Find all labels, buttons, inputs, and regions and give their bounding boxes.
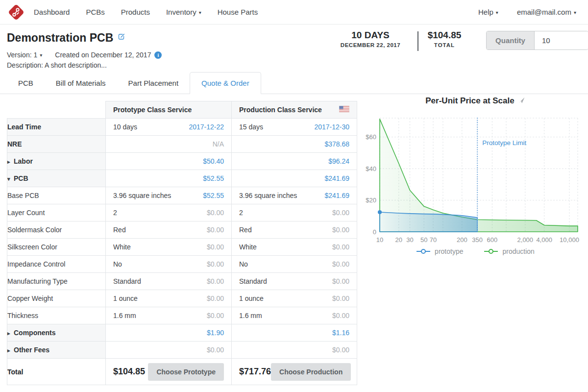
prototype-cell: Standard$0.00	[106, 273, 232, 290]
production-cell: $378.68	[232, 136, 357, 153]
choose-prototype-button[interactable]: Choose Prototype	[148, 363, 224, 381]
help-menu[interactable]: Help▾	[478, 8, 498, 16]
prototype-cell: $0.00	[106, 342, 232, 359]
nav-item-house-parts[interactable]: House Parts	[218, 8, 258, 16]
table-header-row: Prototype Class Service Production Class…	[7, 101, 357, 119]
collapse-pcb-row[interactable]: ▾PCB	[7, 170, 106, 187]
production-lead-date-link[interactable]: 2017-12-30	[314, 123, 349, 131]
svg-text:20: 20	[395, 236, 402, 244]
nav-item-dashboard[interactable]: Dashboard	[34, 8, 70, 16]
top-nav: Dashboard PCBs Products Inventory▾ House…	[0, 0, 588, 24]
total-summary: $104.85 TOTAL	[419, 30, 469, 48]
production-cell: 1 ounce$0.00	[232, 290, 357, 307]
table-row-total: Total $104.85Choose Prototype $717.76Cho…	[7, 359, 357, 385]
blank-header-cell	[7, 101, 106, 119]
chart-title: Per-Unit Price at Scale	[363, 96, 588, 109]
production-cell: 3.96 square inches$241.69	[232, 187, 357, 204]
svg-text:2,000: 2,000	[517, 236, 534, 244]
svg-text:Prototype Limit: Prototype Limit	[482, 139, 526, 147]
svg-text:$20: $20	[366, 196, 376, 204]
table-row-impedance-control: Impedance Control No$0.00 No$0.00	[7, 256, 357, 273]
prototype-legend-marker-icon	[416, 248, 431, 254]
prototype-cell: 10 days2017-12-22	[106, 119, 232, 136]
expand-other-fees-row[interactable]: ▸Other Fees	[7, 342, 106, 359]
prototype-cell: Red$0.00	[106, 221, 232, 239]
production-total-amount: $717.76	[239, 367, 271, 377]
choose-production-button[interactable]: Choose Production	[271, 363, 351, 381]
total-amount: $104.85	[419, 30, 469, 41]
lead-days-value: 10 DAYS	[336, 30, 405, 41]
production-cell: White$0.00	[232, 239, 357, 256]
tab-bar: PCB Bill of Materials Part Placement Quo…	[0, 73, 588, 94]
price-chart-panel: Per-Unit Price at Scale Prototype Limit1…	[363, 96, 588, 255]
total-row-label: Total	[7, 359, 106, 385]
account-menu[interactable]: email@mail.com▾	[517, 8, 576, 16]
quote-table: Prototype Class Service Production Class…	[7, 101, 357, 385]
created-date-label: Created on December 12, 2017	[55, 51, 151, 59]
chevron-right-icon: ▸	[7, 347, 14, 354]
svg-text:4,000: 4,000	[536, 236, 552, 244]
production-cell: 2$0.00	[232, 204, 357, 221]
legend-item-production[interactable]: production	[484, 247, 534, 255]
edit-pencil-icon[interactable]	[118, 30, 125, 44]
production-cell: Standard$0.00	[232, 273, 357, 290]
table-row-layer-count: Layer Count 2$0.00 2$0.00	[7, 204, 357, 221]
table-row-lead-time: Lead Time 10 days2017-12-22 15 days2017-…	[7, 119, 357, 136]
info-icon[interactable]: i	[154, 51, 162, 59]
us-flag-icon	[339, 106, 349, 114]
svg-text:50: 50	[420, 236, 427, 244]
table-row-base-pcb: Base PCB 3.96 square inches$52.55 3.96 s…	[7, 187, 357, 204]
row-label: NRE	[7, 136, 106, 153]
prototype-cell: N/A	[106, 136, 232, 153]
svg-text:600: 600	[487, 236, 498, 244]
svg-text:0: 0	[373, 228, 376, 236]
quantity-label: Quantity	[487, 31, 535, 49]
tab-part-placement[interactable]: Part Placement	[117, 73, 190, 94]
expand-components-row[interactable]: ▸Components	[7, 324, 106, 342]
expand-labor-row[interactable]: ▸Labor	[7, 153, 106, 170]
prototype-cell: 3.96 square inches$52.55	[106, 187, 232, 204]
table-row-manufacturing-type: Manufacturing Type Standard$0.00 Standar…	[7, 273, 357, 290]
svg-text:$60: $60	[366, 133, 376, 141]
nav-item-products[interactable]: Products	[121, 8, 150, 16]
tab-pcb[interactable]: PCB	[7, 73, 45, 94]
production-total-cell: $717.76Choose Production	[232, 359, 357, 385]
rocket-icon	[518, 97, 525, 106]
prototype-cell: $52.55	[106, 170, 232, 187]
table-row-other-fees: ▸Other Fees $0.00 $0.00	[7, 342, 357, 359]
production-cell: No$0.00	[232, 256, 357, 273]
row-label: Impedance Control	[7, 256, 106, 273]
prototype-total-cell: $104.85Choose Prototype	[106, 359, 232, 385]
row-label: Soldermask Color	[7, 221, 106, 239]
row-label: Thickness	[7, 307, 106, 324]
version-dropdown[interactable]: Version: 1▾	[7, 51, 42, 59]
chevron-down-icon: ▾	[7, 176, 14, 182]
row-label: Silkscreen Color	[7, 239, 106, 256]
prototype-column-header: Prototype Class Service	[106, 101, 232, 119]
nav-item-pcbs[interactable]: PCBs	[86, 8, 104, 16]
quantity-group: Quantity	[486, 31, 588, 50]
quantity-input[interactable]	[535, 31, 588, 49]
table-row-thickness: Thickness 1.6 mm$0.00 1.6 mm$0.00	[7, 307, 357, 324]
chevron-down-icon: ▾	[199, 10, 201, 15]
per-unit-price-chart: Prototype Limit10203050702003506002,0004…	[363, 112, 588, 246]
macrofab-logo-icon[interactable]	[7, 3, 25, 22]
tab-quote-and-order[interactable]: Quote & Order	[190, 72, 261, 94]
table-row-labor: ▸Labor $50.40 $96.24	[7, 153, 357, 170]
header-divider	[417, 31, 418, 51]
svg-text:70: 70	[430, 236, 437, 244]
description-label: Description: A short description...	[7, 61, 107, 69]
prototype-cell: 1 ounce$0.00	[106, 290, 232, 307]
prototype-lead-date-link[interactable]: 2017-12-22	[189, 123, 224, 131]
lead-date-value: DECEMBER 22, 2017	[336, 42, 405, 48]
table-row-silkscreen-color: Silkscreen Color White$0.00 White$0.00	[7, 239, 357, 256]
nav-item-inventory[interactable]: Inventory▾	[166, 8, 201, 16]
tab-bill-of-materials[interactable]: Bill of Materials	[45, 73, 117, 94]
row-label: Copper Weight	[7, 290, 106, 307]
legend-item-prototype[interactable]: prototype	[416, 247, 463, 255]
svg-text:350: 350	[472, 236, 483, 244]
table-row-components: ▸Components $1.90 $1.16	[7, 324, 357, 342]
production-cell: $241.69	[232, 170, 357, 187]
prototype-cell: No$0.00	[106, 256, 232, 273]
meta-line: Version: 1▾ Created on December 12, 2017…	[7, 51, 162, 59]
